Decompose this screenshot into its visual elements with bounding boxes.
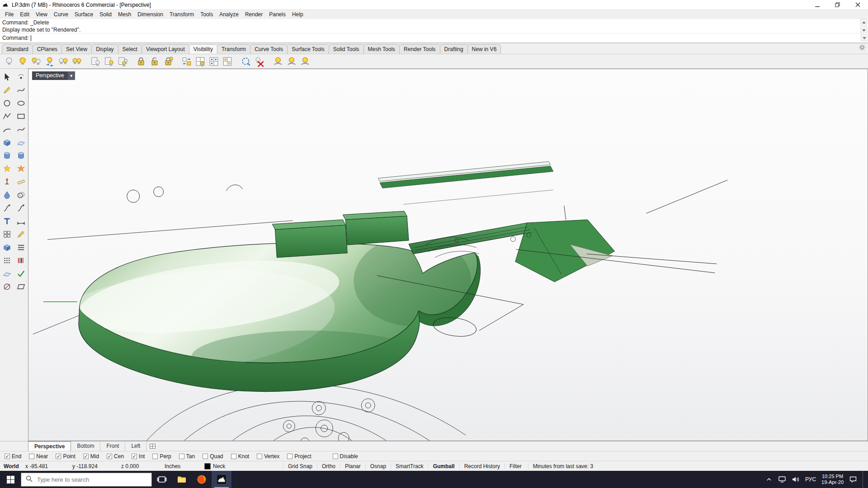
toolbar-button-layer-state-dots[interactable]: [207, 55, 220, 68]
menu-solid[interactable]: Solid: [96, 10, 115, 19]
toolbar-button-lock-selected-objects[interactable]: [161, 55, 175, 68]
osnap-disable[interactable]: Disable: [333, 453, 358, 460]
osnap-mid[interactable]: ✓Mid: [83, 453, 99, 460]
menu-edit[interactable]: Edit: [17, 10, 33, 19]
status-pane-record-history[interactable]: Record History: [459, 463, 505, 469]
toolbar-button-xray-display[interactable]: [298, 55, 311, 68]
sidebar-tool-text[interactable]: [0, 215, 14, 228]
status-pane-osnap[interactable]: Osnap: [365, 463, 391, 469]
toolbar-button-select-visible-objects[interactable]: [239, 55, 252, 68]
sidebar-tool-shear[interactable]: [14, 280, 28, 293]
guitar-fretboard-slab[interactable]: [378, 162, 553, 188]
sidebar-tool-circle[interactable]: [0, 97, 14, 110]
sidebar-tool-pin[interactable]: [0, 175, 14, 188]
menu-surface[interactable]: Surface: [71, 10, 96, 19]
sidebar-tool-lasso[interactable]: [14, 70, 28, 84]
toolbar-tab-viewport-layout[interactable]: Viewport Layout: [142, 44, 189, 54]
task-view-button[interactable]: [152, 471, 172, 488]
osnap-end[interactable]: ✓End: [5, 453, 21, 460]
toolbar-button-swap-hidden-objects[interactable]: [43, 55, 56, 68]
osnap-knot[interactable]: Knot: [231, 453, 250, 460]
osnap-checkbox-knot[interactable]: [231, 454, 236, 459]
toolbar-button-swap-locked-objects[interactable]: [180, 55, 193, 68]
status-cplane[interactable]: World: [0, 463, 22, 469]
osnap-checkbox-int[interactable]: ✓: [132, 454, 137, 459]
menu-tools[interactable]: Tools: [197, 10, 216, 19]
osnap-near[interactable]: Near: [29, 453, 48, 460]
sidebar-tool-verify[interactable]: [14, 267, 28, 280]
viewport-tab-perspective[interactable]: Perspective: [28, 441, 71, 451]
toolbar-tab-select[interactable]: Select: [118, 44, 142, 54]
sidebar-tool-arc[interactable]: [0, 123, 14, 136]
sidebar-tool-blocks[interactable]: [0, 228, 14, 241]
osnap-vertex[interactable]: Vertex: [257, 453, 279, 460]
osnap-checkbox-tan[interactable]: [179, 454, 184, 459]
toolbar-tab-visibility[interactable]: Visibility: [189, 44, 217, 54]
osnap-checkbox-mid[interactable]: ✓: [83, 454, 89, 459]
menu-view[interactable]: View: [33, 10, 51, 19]
status-pane-planar[interactable]: Planar: [340, 463, 365, 469]
osnap-checkbox-point[interactable]: ✓: [56, 454, 61, 459]
toolbar-button-show-selected-in-detail[interactable]: [116, 55, 129, 68]
menu-file[interactable]: File: [2, 10, 17, 19]
toolbar-button-shade-objects[interactable]: [271, 55, 284, 68]
toolbar-tab-solid-tools[interactable]: Solid Tools: [329, 44, 364, 54]
restore-button[interactable]: [827, 0, 848, 9]
sidebar-tool-plane[interactable]: [14, 136, 28, 149]
action-center-icon[interactable]: [849, 471, 857, 488]
toolbar-tab-cplanes[interactable]: CPlanes: [33, 44, 62, 54]
osnap-checkbox-project[interactable]: [287, 454, 292, 459]
osnap-perp[interactable]: Perp: [152, 453, 171, 460]
osnap-checkbox-end[interactable]: ✓: [5, 454, 10, 459]
status-pane-gumball[interactable]: Gumball: [428, 463, 459, 469]
status-pane-filter[interactable]: Filter: [505, 463, 526, 469]
scroll-down-button[interactable]: [860, 27, 867, 33]
toolbar-button-hide-in-detail[interactable]: [89, 55, 102, 68]
sidebar-tool-dimension[interactable]: [14, 215, 28, 228]
close-button[interactable]: [848, 0, 868, 9]
menu-transform[interactable]: Transform: [166, 10, 197, 19]
toolbar-tab-curve-tools[interactable]: Curve Tools: [250, 44, 288, 54]
toolbar-button-layer-lights[interactable]: [221, 55, 234, 68]
sidebar-tool-offset[interactable]: [14, 188, 28, 202]
toolbar-tab-transform[interactable]: Transform: [217, 44, 250, 54]
tray-network-icon[interactable]: [778, 471, 786, 488]
sidebar-tool-history-steps[interactable]: [14, 241, 28, 254]
toolbar-tab-surface-tools[interactable]: Surface Tools: [287, 44, 329, 54]
guitar-headstock[interactable]: [515, 220, 615, 282]
viewport-perspective[interactable]: Perspective ▼: [28, 69, 868, 441]
sidebar-tool-control-points[interactable]: [0, 84, 14, 97]
sidebar-tool-freeform-curve[interactable]: [14, 123, 28, 136]
toolbar-button-hide-objects[interactable]: [2, 55, 15, 68]
viewport-tab-front[interactable]: Front: [100, 441, 125, 451]
toolbar-button-unlock-objects[interactable]: [148, 55, 161, 68]
sidebar-tool-sparkle[interactable]: [0, 162, 14, 175]
toolbar-button-delete-hidden-objects[interactable]: [253, 55, 266, 68]
guitar-neck[interactable]: [409, 223, 532, 254]
toolbar-button-isolate-objects[interactable]: [57, 55, 70, 68]
toolbar-tab-new-in-v6[interactable]: New in V6: [467, 44, 501, 54]
osnap-point[interactable]: ✓Point: [56, 453, 75, 460]
status-pane-grid-snap[interactable]: Grid Snap: [283, 463, 317, 469]
toolbar-tab-standard[interactable]: Standard: [2, 44, 33, 54]
sidebar-tool-flow[interactable]: [0, 202, 14, 215]
new-viewport-button[interactable]: [146, 441, 158, 451]
toolbar-tab-drafting[interactable]: Drafting: [440, 44, 468, 54]
menu-dimension[interactable]: Dimension: [134, 10, 166, 19]
menu-panels[interactable]: Panels: [266, 10, 289, 19]
osnap-project[interactable]: Project: [287, 453, 311, 460]
sidebar-tool-flow-along[interactable]: [14, 202, 28, 215]
toolbar-button-lock-objects[interactable]: [134, 55, 147, 68]
osnap-tan[interactable]: Tan: [179, 453, 195, 460]
tray-clock[interactable]: 10:25 PM 19-Apr-20: [821, 474, 844, 485]
toolbar-options-gear-icon[interactable]: [859, 44, 865, 52]
status-layer[interactable]: Neck: [201, 463, 276, 469]
viewport-title-label[interactable]: Perspective: [32, 71, 68, 80]
tray-chevron-up-icon[interactable]: [765, 471, 773, 488]
file-explorer-button[interactable]: [172, 471, 192, 488]
sidebar-tool-rectangle[interactable]: [14, 110, 28, 123]
sidebar-tool-select[interactable]: [0, 70, 14, 84]
toolbar-button-show-in-detail[interactable]: [102, 55, 115, 68]
command-prompt[interactable]: Command:: [0, 33, 868, 43]
toolbar-button-show-selected-objects[interactable]: [29, 55, 42, 68]
